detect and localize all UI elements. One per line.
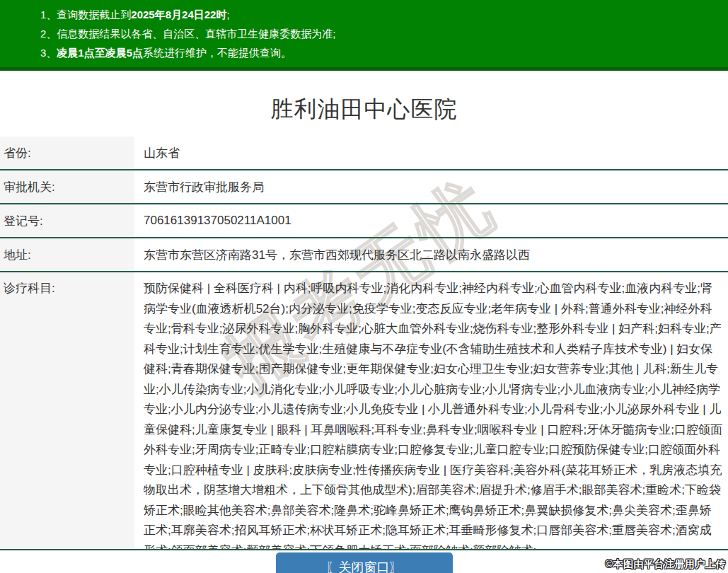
notice-bold-text: 凌晨1点至凌晨5点 (57, 47, 143, 59)
table-row-medical-departments: 诊疗科目: 预防保健科 | 全科医疗科 | 内科;呼吸内科专业;消化内科专业;神… (0, 272, 728, 550)
notice-item-1: 1、查询数据截止到2025年8月24日22时; (40, 5, 721, 24)
row-label: 登记号: (0, 204, 134, 237)
row-value: 东营市东营区济南路31号，东营市西郊现代服务区北二路以南永盛路以西 (134, 238, 728, 271)
row-label: 审批机关: (0, 170, 134, 203)
page-title: 胜利油田中心医院 (0, 96, 728, 122)
notice-num: 2、 (40, 28, 57, 40)
notice-text: 信息数据结果以各省、自治区、直辖市卫生健康委数据为准; (57, 28, 335, 40)
notice-bold-text: 2025年8月24日22时 (131, 8, 226, 21)
row-value: 预防保健科 | 全科医疗科 | 内科;呼吸内科专业;消化内科专业;神经内科专业;… (134, 272, 728, 549)
row-value: 70616139137050211A1001 (134, 204, 728, 237)
close-window-button[interactable]: 〖关闭窗口〗 (276, 552, 453, 573)
notice-item-2: 2、信息数据结果以各省、自治区、直辖市卫生健康委数据为准; (40, 24, 721, 43)
notice-text: 系统进行维护，不能提供查询。 (143, 47, 291, 59)
notice-item-3: 3、凌晨1点至凌晨5点系统进行维护，不能提供查询。 (40, 43, 721, 62)
table-row-address: 地址: 东营市东营区济南路31号，东营市西郊现代服务区北二路以南永盛路以西 (0, 238, 728, 272)
row-value: 山东省 (134, 137, 728, 169)
row-value: 东营市行政审批服务局 (134, 170, 728, 203)
info-table: 省份: 山东省 审批机关: 东营市行政审批服务局 登记号: 7061613913… (0, 137, 728, 550)
notice-banner: 1、查询数据截止到2025年8月24日22时; 2、信息数据结果以各省、自治区、… (0, 0, 728, 71)
row-label: 地址: (0, 238, 134, 271)
table-row-registration-number: 登记号: 70616139137050211A1001 (0, 204, 728, 238)
table-row-approval-authority: 审批机关: 东营市行政审批服务局 (0, 170, 728, 204)
notice-text: 查询数据截止到 (57, 8, 131, 21)
row-label: 省份: (0, 137, 134, 169)
copyright-note: ©本图由平台注册用户上传 (606, 558, 726, 571)
notice-num: 1、 (40, 8, 57, 21)
notice-text: ; (226, 8, 229, 21)
table-row-province: 省份: 山东省 (0, 137, 728, 170)
row-label: 诊疗科目: (0, 272, 134, 549)
notice-num: 3、 (40, 47, 57, 59)
